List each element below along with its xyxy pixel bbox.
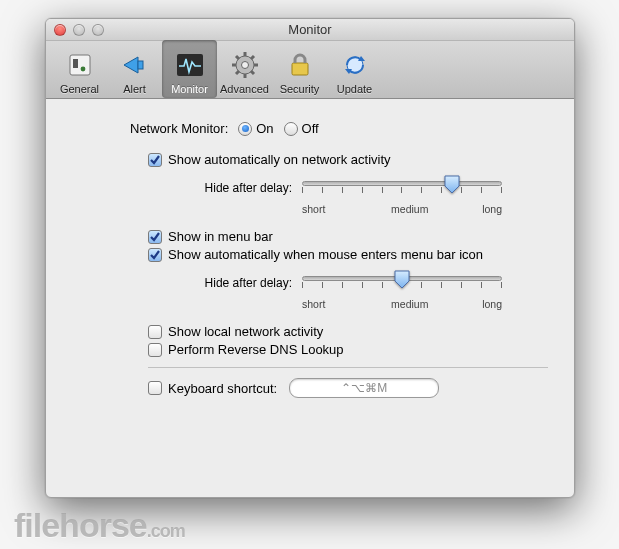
check-label: Keyboard shortcut: <box>168 381 277 396</box>
check-reverse-dns[interactable]: Perform Reverse DNS Lookup <box>148 342 548 357</box>
checkbox-icon <box>148 230 162 244</box>
network-monitor-row: Network Monitor: On Off <box>130 121 548 136</box>
preferences-window: Monitor General Alert Monitor Adv <box>45 18 575 498</box>
tab-label: Alert <box>123 83 146 95</box>
svg-point-6 <box>241 62 248 69</box>
check-label: Perform Reverse DNS Lookup <box>168 342 344 357</box>
traffic-lights <box>54 24 104 36</box>
check-show-menubar[interactable]: Show in menu bar <box>148 229 548 244</box>
tab-label: Update <box>337 83 372 95</box>
close-button[interactable] <box>54 24 66 36</box>
radio-on[interactable]: On <box>238 121 273 136</box>
svg-rect-15 <box>292 63 308 75</box>
switch-icon <box>64 49 96 81</box>
svg-line-13 <box>251 56 254 59</box>
slider-label: Hide after delay: <box>192 276 292 290</box>
radio-on-label: On <box>256 121 273 136</box>
gear-icon <box>229 49 261 81</box>
megaphone-icon <box>119 49 151 81</box>
pulse-icon <box>174 49 206 81</box>
tab-monitor[interactable]: Monitor <box>162 40 217 98</box>
titlebar[interactable]: Monitor <box>46 19 574 41</box>
check-label: Show local network activity <box>168 324 323 339</box>
slider-tick-labels: short medium long <box>302 203 502 215</box>
checkbox-icon <box>148 153 162 167</box>
slider-thumb[interactable] <box>393 269 411 289</box>
tab-update[interactable]: Update <box>327 40 382 98</box>
tab-alert[interactable]: Alert <box>107 40 162 98</box>
toolbar: General Alert Monitor Advanced Secu <box>46 41 574 99</box>
slider-control[interactable] <box>302 268 502 298</box>
svg-rect-3 <box>138 61 143 69</box>
shortcut-field[interactable]: ⌃⌥⌘M <box>289 378 439 398</box>
svg-line-11 <box>236 56 239 59</box>
check-label: Show automatically when mouse enters men… <box>168 247 483 262</box>
svg-line-12 <box>251 71 254 74</box>
window-title: Monitor <box>46 22 574 37</box>
svg-rect-1 <box>73 59 78 68</box>
svg-rect-4 <box>177 54 203 76</box>
watermark: filehorse.com <box>14 506 185 545</box>
check-show-auto-activity[interactable]: Show automatically on network activity <box>148 152 548 167</box>
check-show-local[interactable]: Show local network activity <box>148 324 548 339</box>
svg-point-2 <box>80 67 85 72</box>
checkbox-icon <box>148 343 162 357</box>
tab-security[interactable]: Security <box>272 40 327 98</box>
tab-advanced[interactable]: Advanced <box>217 40 272 98</box>
slider-hide-delay-2: Hide after delay: short medium long <box>192 268 548 310</box>
checkbox-icon <box>148 325 162 339</box>
checkbox-icon <box>148 248 162 262</box>
radio-off[interactable]: Off <box>284 121 319 136</box>
check-label: Show automatically on network activity <box>168 152 391 167</box>
check-label: Show in menu bar <box>168 229 273 244</box>
tab-label: Monitor <box>171 83 208 95</box>
network-monitor-label: Network Monitor: <box>130 121 228 136</box>
radio-off-label: Off <box>302 121 319 136</box>
slider-thumb[interactable] <box>443 174 461 194</box>
svg-line-14 <box>236 71 239 74</box>
tab-label: Advanced <box>220 83 269 95</box>
zoom-button[interactable] <box>92 24 104 36</box>
tab-label: Security <box>280 83 320 95</box>
checkbox-icon <box>148 381 162 395</box>
slider-hide-delay-1: Hide after delay: short medium long <box>192 173 548 215</box>
slider-label: Hide after delay: <box>192 181 292 195</box>
slider-control[interactable] <box>302 173 502 203</box>
check-show-auto-hover[interactable]: Show automatically when mouse enters men… <box>148 247 548 262</box>
separator <box>148 367 548 368</box>
tab-label: General <box>60 83 99 95</box>
tab-general[interactable]: General <box>52 40 107 98</box>
minimize-button[interactable] <box>73 24 85 36</box>
slider-tick-labels: short medium long <box>302 298 502 310</box>
check-keyboard-shortcut[interactable]: Keyboard shortcut: ⌃⌥⌘M <box>148 378 548 398</box>
content-panel: Network Monitor: On Off Show automatical… <box>46 99 574 497</box>
refresh-globe-icon <box>339 49 371 81</box>
lock-icon <box>284 49 316 81</box>
